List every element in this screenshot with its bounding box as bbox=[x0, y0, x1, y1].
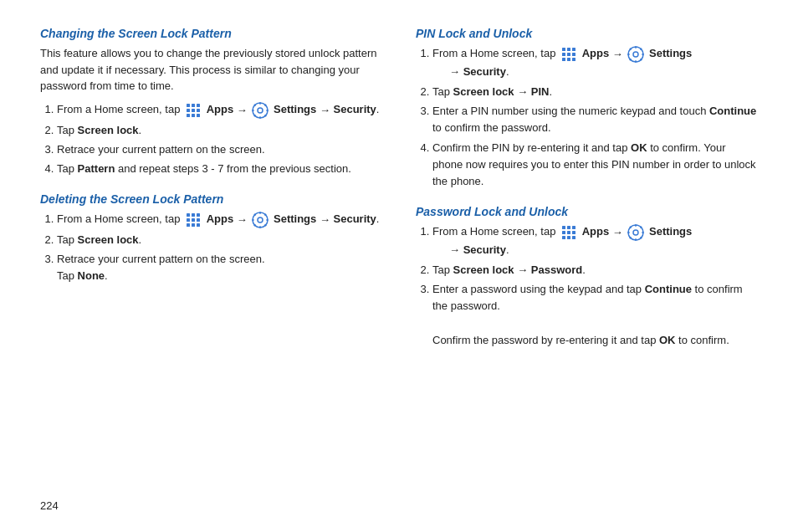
svg-rect-27 bbox=[197, 223, 200, 227]
svg-point-30 bbox=[259, 212, 261, 213]
list-item: From a Home screen, tap bbox=[432, 45, 758, 81]
list-item: Tap Pattern and repeat steps 3 - 7 from … bbox=[57, 161, 382, 177]
svg-rect-45 bbox=[567, 58, 570, 61]
svg-point-17 bbox=[264, 104, 266, 105]
svg-rect-8 bbox=[197, 114, 200, 117]
indent-text: → Security. bbox=[432, 65, 509, 78]
list-item: Enter a password using the keypad and ta… bbox=[432, 281, 758, 349]
svg-point-31 bbox=[259, 226, 261, 228]
svg-point-50 bbox=[635, 60, 637, 62]
svg-point-12 bbox=[259, 116, 261, 118]
svg-point-56 bbox=[630, 59, 632, 60]
svg-point-68 bbox=[635, 224, 637, 226]
svg-rect-26 bbox=[192, 223, 195, 227]
section-password-lock-steps: From a Home screen, tap bbox=[416, 223, 758, 349]
svg-point-54 bbox=[640, 59, 642, 60]
svg-point-71 bbox=[642, 232, 644, 233]
svg-rect-4 bbox=[192, 109, 195, 112]
svg-rect-25 bbox=[187, 223, 190, 227]
svg-rect-60 bbox=[562, 231, 565, 234]
svg-point-74 bbox=[640, 226, 642, 228]
svg-point-35 bbox=[264, 224, 266, 226]
list-item: From a Home screen, tap bbox=[57, 101, 382, 120]
svg-point-33 bbox=[267, 219, 269, 221]
svg-point-55 bbox=[640, 49, 642, 50]
list-item: Tap Screen lock. bbox=[57, 122, 382, 139]
svg-rect-40 bbox=[572, 48, 575, 51]
svg-rect-39 bbox=[567, 48, 570, 51]
svg-rect-0 bbox=[187, 104, 190, 107]
apps-icon bbox=[560, 45, 578, 64]
section-deleting-pattern-title: Deleting the Screen Lock Pattern bbox=[40, 192, 382, 206]
svg-point-18 bbox=[254, 115, 256, 116]
svg-point-14 bbox=[267, 109, 269, 110]
section-deleting-pattern: Deleting the Screen Lock Pattern From a … bbox=[40, 192, 382, 284]
list-item: Enter a PIN number using the numeric key… bbox=[432, 103, 758, 136]
svg-rect-64 bbox=[567, 236, 570, 239]
svg-point-70 bbox=[628, 232, 630, 233]
svg-rect-24 bbox=[197, 218, 200, 222]
svg-point-49 bbox=[635, 46, 637, 48]
apps-icon bbox=[184, 211, 202, 229]
svg-rect-58 bbox=[567, 226, 570, 229]
svg-rect-42 bbox=[567, 53, 570, 56]
svg-point-37 bbox=[254, 224, 256, 226]
svg-rect-65 bbox=[572, 236, 575, 239]
content-columns: Changing the Screen Lock Pattern This fe… bbox=[40, 27, 758, 489]
svg-rect-63 bbox=[562, 236, 565, 239]
svg-rect-5 bbox=[197, 109, 200, 112]
apps-icon bbox=[184, 101, 202, 120]
svg-rect-43 bbox=[572, 53, 575, 56]
svg-point-69 bbox=[635, 238, 637, 240]
svg-rect-1 bbox=[192, 104, 195, 107]
section-password-lock: Password Lock and Unlock From a Home scr… bbox=[416, 205, 758, 349]
svg-rect-19 bbox=[187, 213, 190, 217]
section-changing-pattern-body: This feature allows you to change the pr… bbox=[40, 45, 382, 95]
svg-point-36 bbox=[264, 213, 266, 215]
list-item: Tap Screen lock → PIN. bbox=[432, 84, 758, 101]
page-number: 224 bbox=[40, 499, 758, 512]
svg-rect-57 bbox=[562, 226, 565, 229]
list-item: Retrace your current pattern on the scre… bbox=[57, 251, 382, 284]
svg-point-13 bbox=[253, 109, 254, 110]
svg-point-32 bbox=[253, 219, 254, 221]
apps-icon bbox=[560, 223, 578, 242]
svg-rect-3 bbox=[187, 109, 190, 112]
settings-icon bbox=[627, 223, 645, 242]
svg-point-11 bbox=[259, 102, 261, 104]
svg-point-72 bbox=[630, 226, 632, 228]
svg-rect-6 bbox=[187, 114, 190, 117]
settings-icon bbox=[251, 101, 269, 120]
settings-icon bbox=[251, 211, 269, 229]
section-password-lock-title: Password Lock and Unlock bbox=[416, 205, 758, 218]
svg-point-67 bbox=[633, 230, 638, 235]
svg-rect-21 bbox=[197, 213, 200, 217]
svg-point-48 bbox=[633, 52, 638, 57]
list-item: Retrace your current pattern on the scre… bbox=[57, 141, 382, 158]
svg-rect-22 bbox=[187, 218, 190, 222]
svg-rect-62 bbox=[572, 231, 575, 234]
left-column: Changing the Screen Lock Pattern This fe… bbox=[40, 27, 382, 489]
svg-point-29 bbox=[258, 217, 263, 223]
list-item: From a Home screen, tap bbox=[57, 211, 382, 229]
svg-point-34 bbox=[254, 213, 256, 215]
section-changing-pattern-steps: From a Home screen, tap bbox=[40, 101, 382, 177]
section-pin-lock: PIN Lock and Unlock From a Home screen, … bbox=[416, 27, 758, 190]
list-item: Tap Screen lock. bbox=[57, 232, 382, 248]
svg-rect-7 bbox=[192, 114, 195, 117]
page: Changing the Screen Lock Pattern This fe… bbox=[0, 0, 798, 532]
svg-rect-46 bbox=[572, 58, 575, 61]
section-deleting-pattern-steps: From a Home screen, tap bbox=[40, 211, 382, 284]
right-column: PIN Lock and Unlock From a Home screen, … bbox=[416, 27, 758, 489]
svg-point-73 bbox=[640, 237, 642, 238]
section-changing-pattern: Changing the Screen Lock Pattern This fe… bbox=[40, 27, 382, 177]
svg-rect-2 bbox=[197, 104, 200, 107]
section-pin-lock-title: PIN Lock and Unlock bbox=[416, 27, 758, 40]
list-item: Confirm the PIN by re-entering it and ta… bbox=[432, 140, 758, 190]
svg-point-10 bbox=[258, 108, 263, 113]
svg-rect-38 bbox=[562, 48, 565, 51]
svg-point-52 bbox=[642, 54, 644, 55]
svg-rect-41 bbox=[562, 53, 565, 56]
svg-rect-20 bbox=[192, 213, 195, 217]
svg-rect-59 bbox=[572, 226, 575, 229]
